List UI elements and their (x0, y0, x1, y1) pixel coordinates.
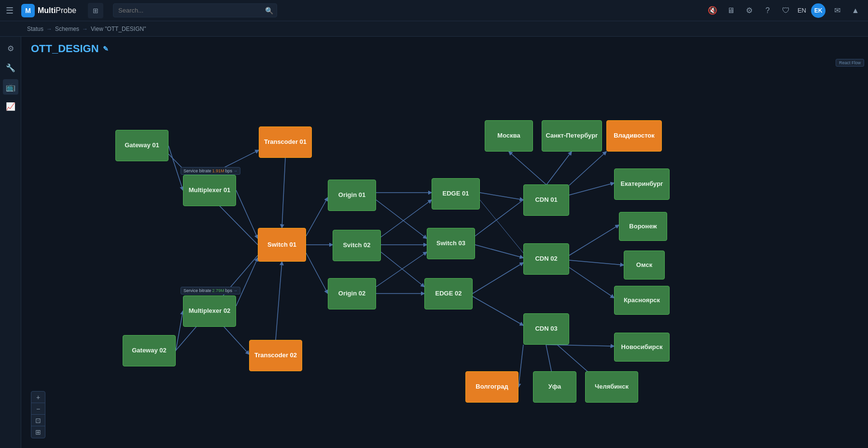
node-mux01[interactable]: Multiplexer 01 (183, 175, 236, 206)
search-icon: 🔍 (265, 7, 273, 14)
node-ekb[interactable]: Екатеринбург (614, 168, 670, 200)
zoom-in-button[interactable]: + (31, 392, 45, 403)
search-bar: 🔍 (113, 3, 277, 17)
collapse-icon[interactable]: ▲ (849, 4, 862, 17)
svg-line-25 (509, 152, 546, 184)
svg-line-12 (306, 253, 328, 294)
content-area: OTT_DESIGN ✎ React Flow (21, 37, 868, 448)
breadcrumb-arrow-1: → (46, 26, 52, 32)
breadcrumb: Status → Schemes → View "OTT_DESIGN" (0, 21, 868, 37)
svg-line-32 (546, 345, 614, 346)
node-cdn02[interactable]: CDN 02 (523, 243, 569, 275)
node-chelyabinsk[interactable]: Челябинск (585, 371, 638, 403)
language-selector[interactable]: EN (798, 7, 806, 14)
svg-line-21 (473, 263, 523, 294)
svg-line-2 (176, 311, 183, 351)
svg-line-23 (475, 200, 523, 236)
svg-line-33 (518, 345, 523, 387)
search-input[interactable] (113, 3, 277, 17)
node-switch03[interactable]: Switch 03 (427, 228, 475, 259)
breadcrumb-current: View "OTT_DESIGN" (91, 26, 146, 32)
service-badge-2: Service bitrate 2.79M bps → (181, 287, 240, 294)
logo: M MultiProbe (21, 4, 76, 17)
node-edge01[interactable]: EDGE 01 (432, 178, 480, 210)
svg-line-5 (236, 190, 258, 238)
node-gateway02[interactable]: Gateway 02 (123, 335, 176, 366)
node-cdn01[interactable]: CDN 01 (523, 184, 569, 216)
node-omsk[interactable]: Омск (624, 251, 665, 280)
nav-grid-icon[interactable]: ⊞ (88, 3, 103, 18)
diagram-canvas[interactable]: React Flow (21, 55, 868, 448)
svg-line-10 (306, 197, 328, 236)
svg-line-36 (480, 200, 523, 253)
page-title: OTT_DESIGN ✎ (31, 42, 858, 55)
node-voronezh[interactable]: Воронеж (619, 212, 667, 241)
sidebar-icon-monitor[interactable]: 📺 (3, 79, 18, 95)
topbar-icons: 🔇 🖥 ⚙ ? 🛡 EN EK ✉ ▲ (706, 3, 862, 18)
breadcrumb-status[interactable]: Status (27, 26, 43, 32)
mute-icon[interactable]: 🔇 (706, 4, 719, 17)
node-novosibirsk[interactable]: Новосибирск (614, 333, 670, 362)
svg-line-9 (276, 262, 282, 340)
svg-line-28 (569, 183, 614, 195)
sidebar-icon-chart[interactable]: 📈 (3, 98, 18, 114)
svg-line-7 (236, 258, 258, 306)
node-vladivostok[interactable]: Владивосток (606, 120, 662, 152)
main-layout: ⚙ 🔧 📺 📈 OTT_DESIGN ✎ React Flow (0, 37, 868, 448)
node-trans02[interactable]: Transcoder 02 (249, 340, 302, 371)
menu-icon[interactable]: ☰ (6, 5, 14, 16)
node-origin02[interactable]: Origin 02 (328, 278, 376, 309)
node-origin01[interactable]: Origin 01 (328, 180, 376, 211)
node-trans01[interactable]: Transcoder 01 (259, 126, 312, 158)
logo-box: M (21, 4, 35, 17)
breadcrumb-arrow-2: → (82, 26, 88, 32)
zoom-reset-button[interactable]: ⊞ (31, 426, 45, 438)
mail-icon[interactable]: ✉ (830, 4, 844, 17)
svg-line-30 (569, 260, 624, 265)
svg-line-14 (376, 200, 427, 238)
svg-line-19 (381, 252, 424, 287)
settings-icon[interactable]: ⚙ (742, 4, 756, 17)
zoom-controls: + − ⊡ ⊞ (31, 391, 45, 438)
svg-line-20 (480, 193, 523, 200)
sidebar-icon-settings[interactable]: ⚙ (3, 41, 18, 56)
node-mux02[interactable]: Multiplexer 02 (183, 295, 236, 327)
node-krasnoyarsk[interactable]: Красноярск (614, 286, 670, 315)
topbar: ☰ M MultiProbe ⊞ 🔍 🔇 🖥 ⚙ ? 🛡 EN EK ✉ ▲ (0, 0, 868, 21)
svg-line-16 (376, 252, 427, 287)
svg-line-31 (569, 267, 614, 298)
service-badge-1: Service bitrate 1.91M bps → (181, 167, 240, 175)
node-moscow[interactable]: Москва (485, 120, 533, 152)
sidebar-icon-tools[interactable]: 🔧 (3, 60, 18, 75)
logo-text: MultiProbe (38, 6, 76, 15)
svg-line-22 (473, 296, 523, 325)
node-gateway01[interactable]: Gateway 01 (115, 130, 168, 161)
svg-line-26 (546, 152, 572, 185)
edit-icon[interactable]: ✎ (103, 45, 109, 53)
breadcrumb-schemes[interactable]: Schemes (55, 26, 79, 32)
display-icon[interactable]: 🖥 (724, 4, 738, 17)
help-icon[interactable]: ? (761, 4, 774, 17)
zoom-out-button[interactable]: − (31, 403, 45, 415)
node-ufa[interactable]: Уфа (533, 371, 576, 403)
page-title-bar: OTT_DESIGN ✎ (21, 37, 868, 55)
svg-line-17 (381, 200, 432, 237)
zoom-fit-button[interactable]: ⊡ (31, 415, 45, 426)
svg-line-29 (569, 225, 619, 255)
shield-icon[interactable]: 🛡 (779, 4, 793, 17)
node-svitch02[interactable]: Svitch 02 (333, 230, 381, 261)
node-edge02[interactable]: EDGE 02 (424, 278, 473, 309)
user-avatar[interactable]: EK (811, 3, 826, 18)
node-switch01[interactable]: Switch 01 (258, 228, 306, 262)
node-spb[interactable]: Санкт-Петербург (542, 120, 602, 152)
svg-line-8 (282, 158, 285, 228)
node-volgograd[interactable]: Волгоград (465, 371, 518, 403)
node-cdn03[interactable]: CDN 03 (523, 313, 569, 345)
sidebar: ⚙ 🔧 📺 📈 (0, 37, 21, 448)
svg-line-24 (475, 245, 523, 258)
svg-line-27 (569, 152, 606, 185)
react-flow-badge: React Flow (836, 59, 864, 67)
